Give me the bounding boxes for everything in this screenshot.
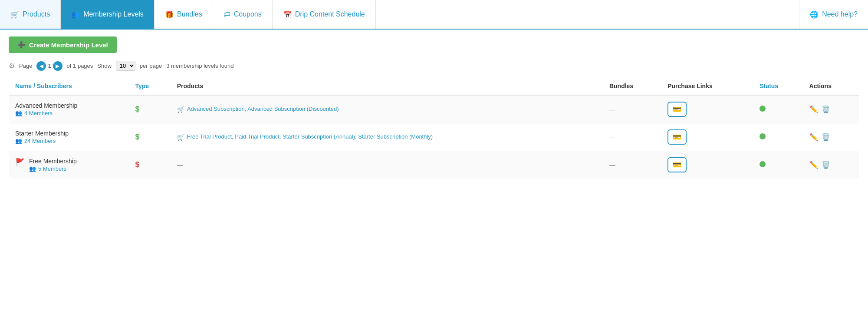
edit-button[interactable]: ✏️ bbox=[809, 133, 818, 141]
page-text: Page bbox=[19, 63, 32, 69]
row-name-cell: 🚩 Free Membership 👥 5 Members bbox=[9, 151, 129, 179]
cart-icon: 🛒 bbox=[177, 134, 184, 141]
table-body: Advanced Membership 👥 4 Members $ 🛒 Adva… bbox=[9, 95, 859, 179]
row-status-cell bbox=[753, 95, 803, 123]
col-header-products: Products bbox=[171, 77, 603, 96]
members-count-label: 5 Members bbox=[38, 165, 66, 172]
purchase-link-button[interactable]: 💳 bbox=[667, 102, 687, 117]
members-group-icon: 👥 bbox=[15, 110, 22, 116]
delete-button[interactable]: 🗑️ bbox=[822, 161, 830, 169]
nav-membership-levels[interactable]: 👥 Membership Levels bbox=[61, 0, 155, 29]
edit-button[interactable]: ✏️ bbox=[809, 161, 818, 169]
create-button-label: Create Membership Level bbox=[29, 41, 108, 49]
row-products-cell: 🛒 Advanced Subscription, Advanced Subscr… bbox=[171, 95, 603, 123]
table-row: Advanced Membership 👥 4 Members $ 🛒 Adva… bbox=[9, 95, 859, 123]
members-count: 👥 5 Members bbox=[29, 165, 77, 172]
membership-table: Name / Subscribers Type Products Bundles… bbox=[9, 77, 859, 179]
nav-membership-label: Membership Levels bbox=[83, 10, 144, 18]
members-count: 👥 24 Members bbox=[15, 138, 123, 144]
flag-icon: 🚩 bbox=[15, 158, 25, 167]
status-active-dot bbox=[760, 161, 766, 167]
row-actions-cell: ✏️ 🗑️ bbox=[803, 123, 859, 151]
nav-spacer bbox=[376, 0, 799, 29]
nav-drip-content[interactable]: 📅 Drip Content Schedule bbox=[273, 0, 376, 29]
type-dollar-icon: $ bbox=[135, 160, 140, 169]
col-header-purchase-links: Purchase Links bbox=[661, 77, 753, 96]
plus-icon: ➕ bbox=[17, 41, 26, 49]
nav-products[interactable]: 🛒 Products bbox=[0, 0, 61, 29]
settings-icon[interactable]: ⚙ bbox=[9, 62, 15, 70]
row-name-cell: Advanced Membership 👥 4 Members bbox=[9, 95, 129, 123]
pagination-bar: ⚙ Page ◀ 1 ▶ of 1 pages Show 10 25 50 pe… bbox=[9, 61, 859, 71]
main-content: ➕ Create Membership Level ⚙ Page ◀ 1 ▶ o… bbox=[0, 30, 868, 311]
membership-name: Starter Membership bbox=[15, 130, 123, 137]
help-globe-icon: 🌐 bbox=[810, 10, 819, 19]
row-type-cell: $ bbox=[129, 123, 171, 151]
purchase-link-button[interactable]: 💳 bbox=[667, 129, 687, 145]
row-purchase-cell: 💳 bbox=[661, 123, 753, 151]
col-header-bundles: Bundles bbox=[603, 77, 661, 96]
per-page-select[interactable]: 10 25 50 bbox=[116, 61, 135, 71]
nav-help[interactable]: 🌐 Need help? bbox=[799, 0, 868, 29]
row-purchase-cell: 💳 bbox=[661, 151, 753, 179]
members-icon: 👥 bbox=[71, 10, 80, 19]
members-group-icon: 👥 bbox=[29, 165, 36, 172]
row-actions-cell: ✏️ 🗑️ bbox=[803, 151, 859, 179]
row-bundles-cell: — bbox=[603, 151, 661, 179]
delete-button[interactable]: 🗑️ bbox=[822, 133, 830, 141]
members-count-label: 24 Members bbox=[24, 138, 56, 144]
status-active-dot bbox=[760, 106, 766, 112]
help-label: Need help? bbox=[822, 10, 858, 18]
row-products-cell: 🛒 Free Trial Product, Paid Trial Product… bbox=[171, 123, 603, 151]
current-page: 1 bbox=[48, 63, 51, 69]
coupons-icon: 🏷 bbox=[224, 10, 230, 18]
nav-products-label: Products bbox=[23, 10, 50, 18]
col-header-name: Name / Subscribers bbox=[9, 77, 129, 96]
of-pages-label: of 1 pages bbox=[67, 63, 93, 69]
purchase-link-button[interactable]: 💳 bbox=[667, 157, 687, 172]
row-status-cell bbox=[753, 151, 803, 179]
products-text: Advanced Subscription, Advanced Subscrip… bbox=[187, 106, 339, 112]
bundles-icon: 🎁 bbox=[165, 10, 174, 19]
members-count: 👥 4 Members bbox=[15, 110, 123, 116]
row-type-cell: $ bbox=[129, 151, 171, 179]
payment-icon: 💳 bbox=[673, 105, 681, 113]
nav-coupons[interactable]: 🏷 Coupons bbox=[213, 0, 273, 29]
row-name-cell: Starter Membership 👥 24 Members bbox=[9, 123, 129, 151]
payment-icon: 💳 bbox=[673, 161, 681, 169]
col-header-type: Type bbox=[129, 77, 171, 96]
type-dollar-icon: $ bbox=[135, 105, 140, 113]
delete-button[interactable]: 🗑️ bbox=[822, 105, 830, 113]
cart-icon: 🛒 bbox=[177, 106, 184, 113]
row-purchase-cell: 💳 bbox=[661, 95, 753, 123]
products-text: Free Trial Product, Paid Trial Product, … bbox=[187, 133, 433, 140]
row-bundles-cell: — bbox=[603, 123, 661, 151]
row-status-cell bbox=[753, 123, 803, 151]
page-navigation: ◀ 1 ▶ bbox=[36, 61, 62, 71]
next-page-button[interactable]: ▶ bbox=[53, 61, 62, 71]
members-count-label: 4 Members bbox=[24, 110, 53, 116]
row-bundles-cell: — bbox=[603, 95, 661, 123]
row-type-cell: $ bbox=[129, 95, 171, 123]
create-membership-button[interactable]: ➕ Create Membership Level bbox=[9, 36, 117, 53]
nav-coupons-label: Coupons bbox=[234, 10, 262, 18]
prev-page-button[interactable]: ◀ bbox=[36, 61, 46, 71]
nav-drip-label: Drip Content Schedule bbox=[295, 10, 365, 18]
nav-bundles[interactable]: 🎁 Bundles bbox=[155, 0, 213, 29]
membership-name: Advanced Membership bbox=[15, 102, 123, 109]
members-group-icon: 👥 bbox=[15, 138, 22, 144]
status-active-dot bbox=[760, 133, 766, 139]
results-count: 3 membership levels found bbox=[166, 63, 233, 69]
payment-icon: 💳 bbox=[673, 133, 681, 141]
cart-icon: 🛒 bbox=[10, 10, 19, 19]
table-row: 🚩 Free Membership 👥 5 Members $ — bbox=[9, 151, 859, 179]
type-dollar-icon: $ bbox=[135, 132, 140, 141]
calendar-icon: 📅 bbox=[283, 10, 292, 19]
show-label: Show bbox=[97, 63, 112, 69]
nav-bundles-label: Bundles bbox=[177, 10, 202, 18]
per-page-label: per page bbox=[140, 63, 162, 69]
table-header: Name / Subscribers Type Products Bundles… bbox=[9, 77, 859, 96]
edit-button[interactable]: ✏️ bbox=[809, 105, 818, 113]
row-products-cell: — bbox=[171, 151, 603, 179]
row-actions-cell: ✏️ 🗑️ bbox=[803, 95, 859, 123]
